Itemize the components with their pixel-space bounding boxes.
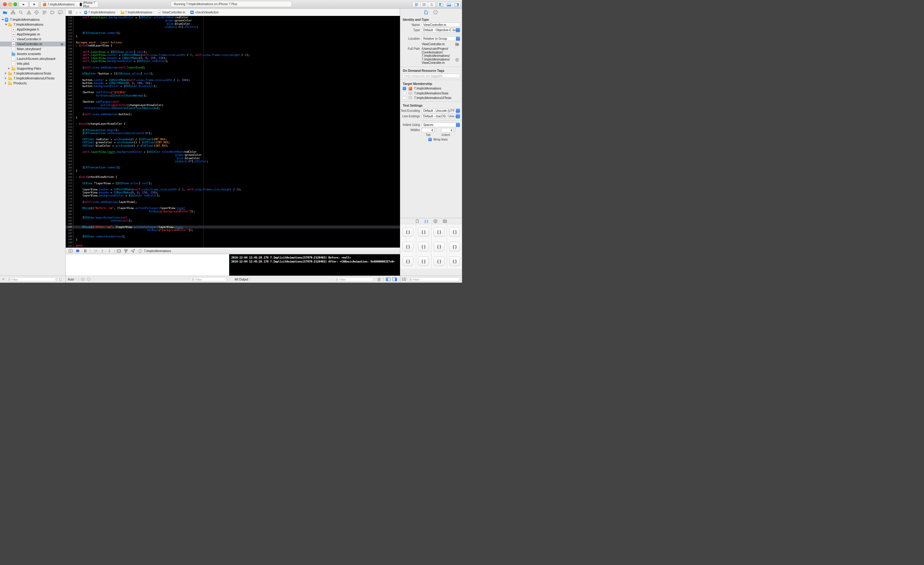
line-number[interactable]: 184 xyxy=(66,222,73,225)
disclosure-triangle[interactable] xyxy=(2,19,4,21)
breadcrumb-item[interactable]: A7.ImplicitAnimations xyxy=(84,10,116,14)
line-number[interactable]: 136 xyxy=(66,72,73,75)
toggle-utilities-button[interactable] xyxy=(453,2,460,7)
console-output[interactable]: 2016-12-04 12:45:28.178 7.ImplicitAnimat… xyxy=(229,254,400,276)
minimize-window-button[interactable] xyxy=(8,3,12,6)
target-checkbox[interactable] xyxy=(403,96,406,100)
memory-graph-button[interactable] xyxy=(124,249,128,253)
line-number[interactable]: 138 xyxy=(66,78,73,81)
line-number[interactable]: 146 xyxy=(66,103,73,106)
line-number[interactable]: 124 xyxy=(66,35,73,37)
line-number[interactable]: 180 xyxy=(66,210,73,213)
line-number[interactable]: 156 xyxy=(66,135,73,138)
line-number[interactable]: 122 xyxy=(66,29,73,31)
jump-bar[interactable]: ‹ › A7.ImplicitAnimations〉7.ImplicitAnim… xyxy=(66,9,400,16)
line-number[interactable]: 119 xyxy=(66,19,73,22)
location-dropdown[interactable]: Relative to Group⌃⌄ xyxy=(422,36,460,41)
line-number[interactable]: 128 xyxy=(66,47,73,50)
toggle-navigator-button[interactable] xyxy=(437,2,445,7)
line-number[interactable]: 168 xyxy=(66,172,73,175)
close-window-button[interactable] xyxy=(3,3,7,6)
scm-status-icon[interactable] xyxy=(59,278,62,281)
line-number[interactable]: 163 xyxy=(66,157,73,159)
assistant-editor-button[interactable] xyxy=(420,2,428,7)
line-number[interactable]: 154 xyxy=(66,129,73,131)
file-row-supporting-files[interactable]: Supporting Files xyxy=(0,66,65,71)
file-row-viewcontroller-m[interactable]: mViewController.mM xyxy=(0,42,65,46)
file-row-viewcontroller-h[interactable]: hViewController.h xyxy=(0,37,65,42)
disclosure-triangle[interactable] xyxy=(8,67,10,70)
issue-navigator-icon[interactable] xyxy=(27,10,31,15)
line-number[interactable]: 153 xyxy=(66,126,73,128)
code-snippet-tile[interactable]: { } xyxy=(418,227,429,237)
code-snippet-tile[interactable]: { } xyxy=(418,242,429,252)
line-number[interactable]: 169 xyxy=(66,176,73,178)
related-items-icon[interactable] xyxy=(69,10,72,14)
file-row-main-storyboard[interactable]: ⤷Main.storyboard xyxy=(0,46,65,51)
line-number[interactable]: 164 xyxy=(66,160,73,163)
code-snippet-tile[interactable]: { } xyxy=(402,227,413,237)
line-number[interactable]: 127 xyxy=(66,44,73,47)
type-dropdown[interactable]: Default - Objective-C Sou...⌃⌄ xyxy=(422,28,460,32)
toggle-debug-area-button[interactable] xyxy=(445,2,453,7)
code-snippet-tile[interactable]: { } xyxy=(449,256,460,266)
line-number[interactable]: 183 xyxy=(66,219,73,222)
line-number[interactable]: 185 xyxy=(66,225,73,228)
line-number[interactable]: 139 xyxy=(66,82,73,85)
line-number[interactable]: 142 xyxy=(66,91,73,94)
file-row-launchscreen-storyboard[interactable]: ⤷LaunchScreen.storyboard xyxy=(0,56,65,61)
variables-scope-selector[interactable]: Auto xyxy=(68,278,74,281)
variables-view[interactable] xyxy=(66,254,229,276)
line-number[interactable]: 158 xyxy=(66,141,73,144)
line-number[interactable]: 162 xyxy=(66,154,73,156)
line-number[interactable]: 174 xyxy=(66,191,73,194)
endings-dropdown[interactable]: Default - macOS / Unix (LF)⌃⌄ xyxy=(422,114,460,118)
line-number[interactable]: 149 xyxy=(66,113,73,116)
line-number[interactable]: 143 xyxy=(66,94,73,97)
info-icon[interactable]: i xyxy=(87,277,90,281)
disclosure-triangle[interactable] xyxy=(5,77,6,79)
run-button[interactable]: ▶ xyxy=(19,1,28,7)
name-field[interactable]: ViewController.m xyxy=(422,22,460,27)
file-row-products[interactable]: Products xyxy=(0,81,65,85)
line-number[interactable]: 145 xyxy=(66,100,73,103)
version-editor-button[interactable] xyxy=(428,2,436,7)
file-inspector-icon[interactable] xyxy=(424,10,428,14)
line-number[interactable]: 171 xyxy=(66,182,73,184)
line-number[interactable]: 133 xyxy=(66,63,73,66)
code-snippet-tile[interactable]: { } xyxy=(434,227,445,237)
object-library-icon[interactable] xyxy=(433,219,438,223)
file-row-assets-xcassets[interactable]: Assets.xcassets xyxy=(0,51,65,56)
recent-files-icon[interactable] xyxy=(55,278,58,281)
line-number[interactable]: 135 xyxy=(66,69,73,72)
step-out-button[interactable] xyxy=(107,249,111,253)
hide-debug-area-button[interactable] xyxy=(69,249,73,253)
standard-editor-button[interactable] xyxy=(412,2,420,7)
line-number[interactable]: 141 xyxy=(66,88,73,91)
line-number[interactable]: 121 xyxy=(66,25,73,28)
breadcrumb-item[interactable]: M-checkViewAction xyxy=(190,11,219,14)
code-snippet-library-icon[interactable]: { } xyxy=(424,219,428,223)
wrap-lines-checkbox[interactable]: ✓ xyxy=(428,138,432,141)
disclosure-triangle[interactable] xyxy=(5,72,6,75)
code-snippet-tile[interactable]: { } xyxy=(449,227,460,237)
code-snippet-tile[interactable]: { } xyxy=(418,256,429,266)
project-navigator-icon[interactable] xyxy=(3,10,8,15)
disclosure-triangle[interactable] xyxy=(5,24,8,25)
line-number[interactable]: 166 xyxy=(66,166,73,169)
encoding-dropdown[interactable]: Default - Unicode (UTF-8)⌃⌄ xyxy=(422,108,460,113)
line-number[interactable]: 178 xyxy=(66,204,73,207)
file-row-info-plist[interactable]: ≡Info.plist xyxy=(0,61,65,66)
scheme-selector[interactable]: 7.ImplicitAnimations 〉 iPhone 7 Plus xyxy=(40,1,98,7)
line-number[interactable]: 131 xyxy=(66,57,73,60)
file-row-appdelegate-h[interactable]: hAppDelegate.h xyxy=(0,27,65,32)
trash-icon[interactable] xyxy=(377,277,381,282)
step-over-button[interactable] xyxy=(93,249,98,253)
line-number[interactable]: 144 xyxy=(66,97,73,100)
indent-stepper[interactable]: ⌃⌄ xyxy=(454,128,456,132)
line-number[interactable]: 123 xyxy=(66,32,73,34)
line-number[interactable]: 182 xyxy=(66,216,73,219)
code-snippet-tile[interactable]: { } xyxy=(449,242,460,252)
line-number[interactable]: 120 xyxy=(66,22,73,25)
source-editor[interactable]: 118 self.colorLayer.backgroundColor = [U… xyxy=(66,16,400,247)
